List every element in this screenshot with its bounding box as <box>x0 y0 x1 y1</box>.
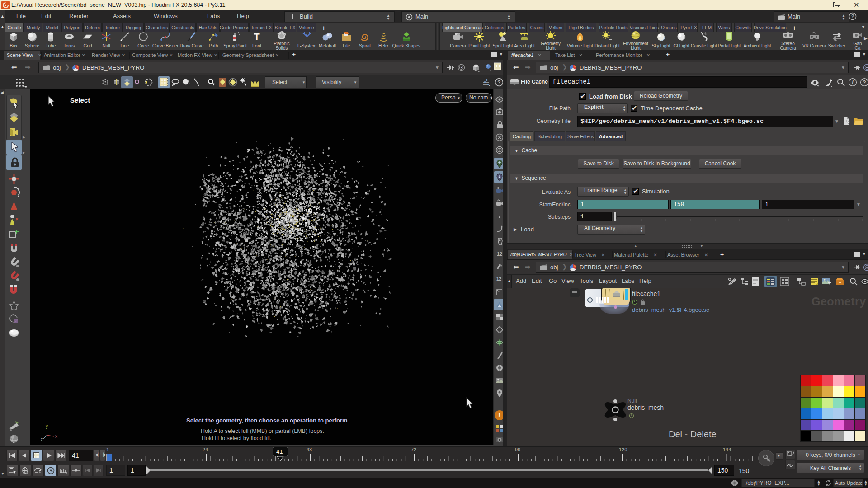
svg-text:y: y <box>46 424 48 429</box>
svg-text:?: ? <box>863 80 866 86</box>
svg-text:12: 12 <box>497 251 502 257</box>
svg-text:i: i <box>852 80 854 86</box>
svg-text:12: 12 <box>496 277 502 282</box>
svg-text:x: x <box>55 434 57 439</box>
svg-text:?: ? <box>851 14 854 19</box>
svg-text:z: z <box>41 437 43 442</box>
svg-text:?: ? <box>497 80 500 86</box>
svg-text:T: T <box>254 31 260 42</box>
